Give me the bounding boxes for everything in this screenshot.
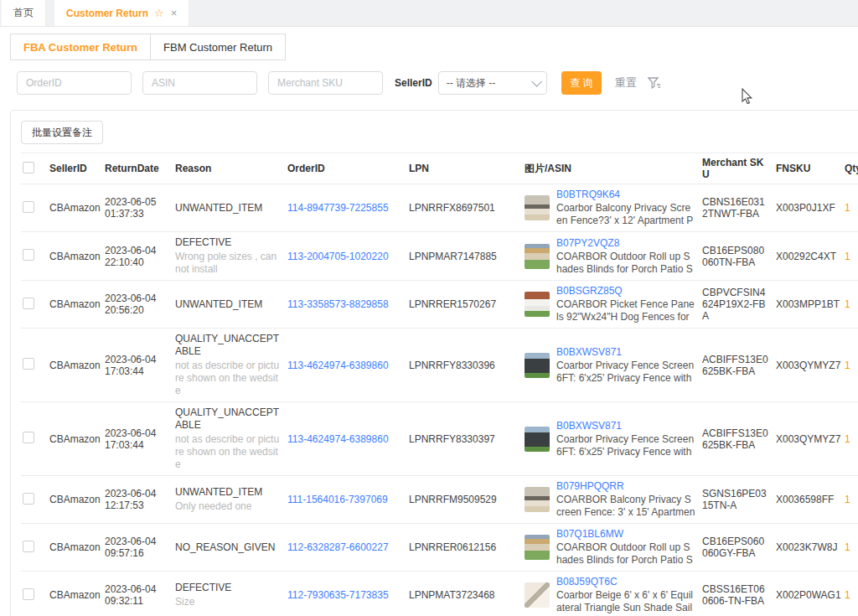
asin-link[interactable]: B07PY2VQZ8 [556,237,695,249]
asin-link[interactable]: B07Q1BL6MW [556,528,695,540]
product-thumbnail[interactable] [525,535,550,560]
merchant-sku-cell: CBPVCFSIN4624P19X2-FBA [702,287,776,322]
reason-cell: UNWANTED_ITEM [175,202,287,215]
row-checkbox[interactable] [23,541,34,552]
product-description: COARBOR Outdoor Roll up Shades Blinds fo… [556,251,695,276]
row-checkbox[interactable] [23,201,34,213]
table-header-row: SellerID ReturnDate Reason OrderID LPN 图… [21,153,858,184]
batch-remark-button[interactable]: 批量设置备注 [21,121,103,144]
product-thumbnail[interactable] [525,195,550,220]
row-checkbox[interactable] [23,432,34,443]
filter-funnel-icon[interactable] [647,75,662,91]
reason-cell: QUALITY_UNACCEPTABLE not as describe or … [175,333,287,397]
customer-return-subtabs: FBA Customer Return FBM Customer Return [10,34,858,60]
reason-cell: QUALITY_UNACCEPTABLE not as describe or … [175,406,287,471]
order-id-link[interactable]: 112-7930635-7173835 [287,589,389,601]
product-description: Coarbor Beige 6' x 6' x 6' Equilateral T… [556,589,695,614]
asin-text: B079HPQQRR COARBOR Balcony Privacy Scree… [556,480,695,519]
product-description: Coarbor Privacy Fence Screen 6FT: 6'x25'… [556,433,695,458]
row-checkbox[interactable] [23,588,34,600]
fnsku-cell: X0036598FF [776,494,845,505]
reason-code: UNWANTED_ITEM [175,202,281,215]
qty-cell: 1 [845,298,858,310]
returns-table: SellerID ReturnDate Reason OrderID LPN 图… [21,153,858,616]
asin-link[interactable]: B0BXWSV871 [556,420,695,432]
table-row: CBAmazon 2023-06-04 20:56:20 UNWANTED_IT… [21,281,858,329]
row-checkbox[interactable] [23,249,34,261]
asin-link[interactable]: B0BTRQ9K64 [556,189,695,200]
product-thumbnail[interactable] [525,582,550,608]
order-id-link[interactable]: 113-4624974-6389860 [287,433,389,445]
reason-note: not as describe or picture shown on the … [175,360,281,397]
table-row: CBAmazon 2023-06-04 09:57:16 NO_REASON_G… [21,524,858,572]
col-seller-id: SellerID [49,163,105,174]
image-asin-cell: B0BXWSV871 Coarbor Privacy Fence Screen … [525,346,702,385]
asin-input[interactable] [142,71,257,95]
qty-cell: 1 [845,589,858,601]
merchant-sku-cell: CB16EPS080060TN-FBA [702,245,776,268]
row-checkbox[interactable] [23,493,34,505]
seller-id-select[interactable]: -- 请选择 -- [438,71,547,95]
seller-id-label: SellerID [395,77,432,89]
tab-fba-customer-return[interactable]: FBA Customer Return [10,34,151,60]
row-checkbox[interactable] [23,298,34,309]
order-id-input[interactable] [17,71,132,95]
reason-note: not as describe or picture shown on the … [175,433,281,471]
close-tab-icon[interactable]: × [171,7,178,19]
asin-link[interactable]: B0BSGRZ85Q [556,285,695,297]
tab-home[interactable]: 首页 [2,0,46,26]
qty-cell: 1 [845,202,858,214]
order-id-link[interactable]: 113-3358573-8829858 [287,298,389,310]
qty-cell: 1 [845,494,858,505]
tab-customer-return-label: Customer Return [66,8,148,19]
returns-panel: 批量设置备注 SellerID ReturnDate Reason OrderI… [10,110,858,616]
asin-link[interactable]: B079HPQQRR [556,480,695,492]
asin-text: B08J59QT6C Coarbor Beige 6' x 6' x 6' Eq… [556,576,695,614]
order-id-link[interactable]: 111-1564016-7397069 [287,494,388,505]
col-reason: Reason [175,163,287,174]
order-id-link[interactable]: 113-4624974-6389860 [287,360,389,371]
fnsku-cell: X003QYMYZ7 [776,360,845,371]
lpn-cell: LPNRRER1570267 [409,298,525,310]
lpn-cell: LPNPMAT3723468 [409,589,525,601]
image-asin-cell: B079HPQQRR COARBOR Balcony Privacy Scree… [525,480,702,519]
return-date-cell: 2023-06-05 01:37:33 [105,196,175,220]
table-row: CBAmazon 2023-06-04 12:17:53 UNWANTED_IT… [21,476,858,524]
reason-cell: NO_REASON_GIVEN [175,541,287,554]
select-all-checkbox[interactable] [23,162,34,173]
search-button[interactable]: 查 询 [561,71,602,95]
merchant-sku-input[interactable] [268,71,383,95]
image-asin-cell: B0BSGRZ85Q COARBOR Picket Fence Panels 9… [525,285,702,324]
fnsku-cell: X003QYMYZ7 [776,433,845,445]
fnsku-cell: X0023K7W8J [776,541,845,553]
order-id-link[interactable]: 113-2004705-1020220 [287,251,389,262]
row-checkbox[interactable] [23,358,34,370]
order-id-link[interactable]: 114-8947739-7225855 [287,202,389,214]
product-thumbnail[interactable] [525,292,550,317]
product-thumbnail[interactable] [525,244,550,269]
order-id-link[interactable]: 112-6328287-6600227 [287,541,389,553]
lpn-cell: LPNRRFX8697501 [409,202,525,214]
product-thumbnail[interactable] [525,427,550,452]
seller-id-cell: CBAmazon [49,298,105,310]
product-thumbnail[interactable] [525,487,550,512]
product-thumbnail[interactable] [525,353,550,378]
tab-fba-label: FBA Customer Return [23,41,137,54]
product-description: Coarbor Privacy Fence Screen 6FT: 6'x25'… [556,360,695,385]
table-row: CBAmazon 2023-06-05 01:37:33 UNWANTED_IT… [21,184,858,232]
window-tab-strip: 首页 Customer Return ☆ × [0,0,858,27]
reset-button[interactable]: 重置 [615,75,637,91]
table-body: CBAmazon 2023-06-05 01:37:33 UNWANTED_IT… [21,184,858,616]
reason-code: DEFECTIVE [175,582,281,594]
asin-text: B07Q1BL6MW COARBOR Outdoor Roll up Shade… [556,528,695,567]
reason-code: UNWANTED_ITEM [175,486,281,499]
asin-link[interactable]: B08J59QT6C [556,576,695,588]
favorite-star-icon[interactable]: ☆ [154,7,164,19]
lpn-cell: LPNPMAR7147885 [409,251,525,262]
asin-link[interactable]: B0BXWSV871 [556,346,695,358]
seller-id-cell: CBAmazon [49,360,105,371]
tab-customer-return[interactable]: Customer Return ☆ × [54,0,189,26]
seller-id-cell: CBAmazon [49,494,105,505]
tab-fbm-customer-return[interactable]: FBM Customer Return [150,34,286,60]
reason-note: Wrong pole sizes , cannot install [175,251,281,276]
